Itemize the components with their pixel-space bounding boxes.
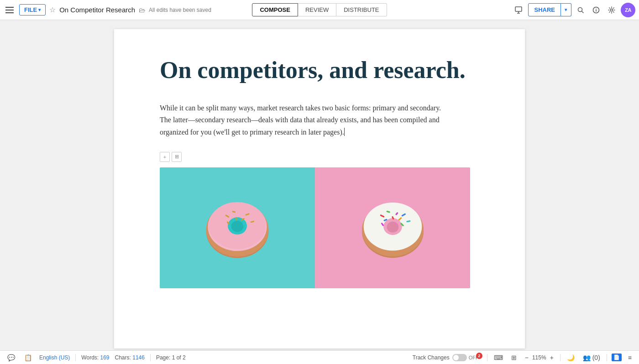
page-current: 1 <box>172 354 175 361</box>
svg-point-29 <box>405 230 416 236</box>
track-changes-toggle-group: OFF 2 <box>452 354 482 361</box>
header-left: FILE ▾ ☆ On Competitor Research 🗁 All ed… <box>4 4 248 16</box>
document-page: On competitors, and research. While it c… <box>114 29 525 348</box>
share-dropdown-button[interactable]: ▾ <box>561 3 571 16</box>
footer-separator-2 <box>150 354 151 361</box>
language-button[interactable]: English (US) <box>39 354 70 361</box>
distribute-tab[interactable]: DISTRIBUTE <box>336 3 387 16</box>
zoom-out-button[interactable]: − <box>523 353 530 362</box>
notes-footer-button[interactable]: 📋 <box>22 353 34 362</box>
search-button[interactable] <box>574 4 587 16</box>
donut-left-image <box>194 184 281 271</box>
svg-point-28 <box>369 229 381 235</box>
footer-right: Track Changes OFF 2 ⌨ ⊞ − 115% + 🌙 👥 (0)… <box>413 353 634 362</box>
user-avatar[interactable]: ZA <box>621 3 635 17</box>
document-body-text: While it can be split many ways, market … <box>160 104 441 136</box>
split-view-button[interactable]: ⊞ <box>509 353 519 362</box>
svg-point-7 <box>596 8 596 9</box>
zoom-control: − 115% + <box>523 353 555 362</box>
file-chevron-icon: ▾ <box>38 7 41 12</box>
svg-point-14 <box>249 229 261 235</box>
header: FILE ▾ ☆ On Competitor Research 🗁 All ed… <box>0 0 639 20</box>
file-label: FILE <box>24 6 37 13</box>
zoom-in-button[interactable]: + <box>548 353 555 362</box>
saved-status: All edits have been saved <box>149 7 211 13</box>
chars-count[interactable]: 1146 <box>132 354 145 361</box>
track-changes-toggle[interactable] <box>452 354 467 361</box>
folder-icon: 🗁 <box>139 6 145 14</box>
file-menu-button[interactable]: FILE ▾ <box>19 4 46 16</box>
track-changes-label: Track Changes <box>413 354 450 361</box>
svg-line-4 <box>582 11 584 13</box>
svg-point-24 <box>231 221 244 232</box>
document-heading: On competitors, and research. <box>160 57 479 84</box>
chars-label: Chars: 1146 <box>115 354 145 361</box>
text-cursor <box>344 128 345 136</box>
track-changes-control: Track Changes OFF 2 <box>413 354 482 361</box>
donut-right-image <box>351 186 435 270</box>
main-area: On competitors, and research. While it c… <box>0 20 639 350</box>
words-count[interactable]: 169 <box>100 354 110 361</box>
comment-footer-button[interactable]: 💬 <box>5 353 17 362</box>
footer-separator-1 <box>75 354 76 361</box>
dark-mode-button[interactable]: 🌙 <box>565 353 576 362</box>
document-body: While it can be split many ways, market … <box>160 102 443 138</box>
words-label: Words: 169 <box>81 354 109 361</box>
grid-block-button[interactable]: ⊞ <box>172 152 182 162</box>
svg-point-42 <box>387 222 398 233</box>
compose-tab[interactable]: COMPOSE <box>252 3 298 16</box>
image-block <box>160 167 470 288</box>
present-button[interactable] <box>512 3 525 17</box>
footer-separator-4 <box>560 354 560 361</box>
focus-mode-button[interactable]: 📄 <box>612 354 622 361</box>
share-group: SHARE ▾ <box>528 3 571 16</box>
header-right: SHARE ▾ ZA <box>391 3 635 17</box>
document-title: On Competitor Research <box>59 6 135 14</box>
outline-view-button[interactable]: ≡ <box>626 353 634 362</box>
image-left <box>160 167 315 288</box>
svg-rect-0 <box>515 7 522 11</box>
footer-separator-3 <box>487 354 487 361</box>
keyboard-layout-button[interactable]: ⌨ <box>492 353 505 362</box>
avatar-initials: ZA <box>625 7 631 13</box>
editor-area[interactable]: On competitors, and research. While it c… <box>0 20 639 350</box>
page-total: 2 <box>183 354 186 361</box>
star-button[interactable]: ☆ <box>49 5 56 14</box>
review-tab[interactable]: REVIEW <box>298 3 336 16</box>
svg-point-8 <box>611 9 613 11</box>
settings-button[interactable] <box>605 4 618 16</box>
svg-point-13 <box>214 228 226 234</box>
zoom-level: 115% <box>532 354 546 361</box>
track-changes-badge: 2 <box>476 353 482 359</box>
mode-tabs: COMPOSE REVIEW DISTRIBUTE <box>252 3 387 16</box>
info-button[interactable] <box>590 4 602 16</box>
collaborators-button[interactable]: 👥 (0) <box>581 353 602 362</box>
toggle-knob <box>453 355 459 360</box>
share-button[interactable]: SHARE <box>528 3 561 16</box>
footer-separator-5 <box>607 354 607 361</box>
menu-button[interactable] <box>4 5 16 15</box>
image-right <box>315 167 470 288</box>
block-toolbar: + ⊞ <box>160 152 479 162</box>
add-block-button[interactable]: + <box>160 152 170 162</box>
footer: 💬 📋 English (US) Words: 169 Chars: 1146 … <box>0 350 639 364</box>
footer-left: 💬 📋 English (US) Words: 169 Chars: 1146 … <box>5 353 405 362</box>
page-indicator: Page: 1 of 2 <box>156 354 186 361</box>
